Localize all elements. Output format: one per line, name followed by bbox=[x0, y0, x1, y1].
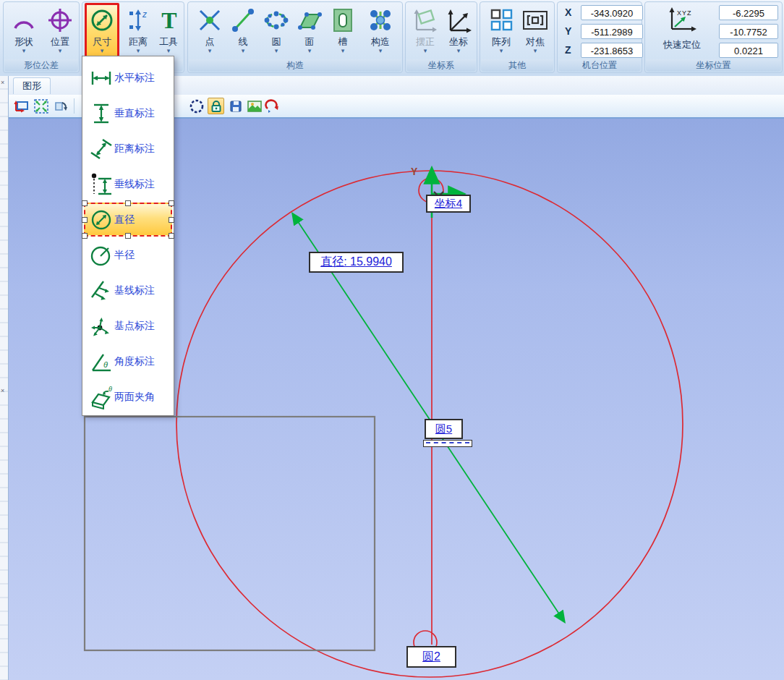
y-axis-label: Y bbox=[411, 166, 418, 177]
machine-x-value: -343.0920 bbox=[581, 5, 643, 20]
machine-z-value: -231.8653 bbox=[581, 43, 643, 58]
perpendicular-dimension-icon bbox=[88, 171, 114, 197]
coord-y-value: -10.7752 bbox=[719, 24, 778, 39]
menu-item-distance-dimension[interactable]: 距离标注 bbox=[82, 131, 174, 166]
circle-display-button[interactable] bbox=[188, 98, 205, 114]
ribbon-button-distance[interactable]: z 距离 ▾ bbox=[123, 5, 153, 60]
axis-label: Y bbox=[565, 25, 571, 37]
menu-item-baseline-dimension[interactable]: 基线标注 bbox=[82, 273, 174, 308]
menu-item-label: 水平标注 bbox=[114, 72, 155, 85]
feature-label-circle2[interactable]: 圆2 bbox=[406, 646, 456, 668]
group-label: 形位公差 bbox=[4, 59, 78, 72]
ribbon-button-position[interactable]: 位置 ▾ bbox=[44, 5, 76, 60]
machine-axis-row: Y -511.2989 bbox=[565, 24, 637, 40]
redo-button[interactable] bbox=[264, 98, 281, 114]
diameter-dimension-line bbox=[293, 214, 564, 621]
button-label: 距离 bbox=[123, 36, 153, 48]
align-part-icon bbox=[410, 6, 440, 36]
ribbon-button-shape[interactable]: 形状 ▾ bbox=[8, 5, 40, 60]
left-docked-panel-strip[interactable]: × × bbox=[0, 76, 9, 680]
ribbon-button-focus[interactable]: 对焦 ▾ bbox=[519, 5, 551, 60]
ribbon-button-coordinate[interactable]: 坐标 ▾ bbox=[443, 5, 474, 60]
svg-text:z: z bbox=[142, 9, 147, 20]
group-label: 构造 bbox=[189, 59, 401, 72]
ribbon-group-construct: 点 ▾ 线 ▾ bbox=[187, 1, 403, 73]
button-label: 对焦 bbox=[519, 36, 551, 48]
menu-item-label: 直径 bbox=[114, 213, 135, 226]
menu-item-diameter[interactable]: 直径 bbox=[82, 202, 174, 237]
ribbon-group-other: 阵列 ▾ 对焦 ▾ 其他 bbox=[480, 1, 555, 73]
dropdown-arrow-icon: ▾ bbox=[260, 48, 292, 54]
menu-item-label: 基线标注 bbox=[114, 284, 155, 297]
feature-label-coord4[interactable]: 坐标4 bbox=[426, 195, 471, 213]
dropdown-arrow-icon: ▾ bbox=[410, 48, 440, 54]
button-label: 点 bbox=[194, 36, 226, 48]
menu-item-label: 距离标注 bbox=[114, 143, 155, 156]
dropdown-arrow-icon: ▾ bbox=[294, 48, 325, 54]
menu-item-dihedral-angle[interactable]: θ 两面夹角 bbox=[82, 379, 174, 415]
capture-image-button[interactable] bbox=[246, 98, 263, 114]
menu-item-angle-dimension[interactable]: θ 角度标注 bbox=[82, 344, 174, 379]
reset-view-button[interactable] bbox=[13, 98, 30, 114]
vertical-dimension-icon bbox=[88, 101, 114, 127]
dropdown-arrow-icon: ▾ bbox=[443, 48, 474, 54]
feature-label-diameter-value[interactable]: 直径: 15.9940 bbox=[309, 252, 404, 273]
slot-icon bbox=[327, 6, 359, 36]
panel-close-icon: × bbox=[1, 387, 4, 394]
distance-dimension-icon bbox=[88, 136, 114, 162]
menu-item-radius[interactable]: 半径 bbox=[82, 237, 174, 273]
menu-item-vertical-dimension[interactable]: 垂直标注 bbox=[82, 95, 174, 131]
ribbon-button-array[interactable]: 阵列 ▾ bbox=[486, 5, 516, 60]
text-tool-icon: T bbox=[155, 6, 182, 36]
menu-item-label: 角度标注 bbox=[114, 355, 155, 368]
dropdown-arrow-icon: ▾ bbox=[486, 48, 516, 54]
lock-view-button[interactable] bbox=[208, 98, 224, 114]
menu-item-horizontal-dimension[interactable]: 水平标注 bbox=[82, 60, 174, 95]
quick-position-button[interactable]: XYZ 快速定位 bbox=[648, 4, 716, 59]
ribbon-group-machine-position: X -343.0920 Y -511.2989 Z -231.8653 机台位置 bbox=[557, 1, 642, 73]
machine-axis-row: Z -231.8653 bbox=[565, 43, 637, 59]
ribbon-button-line[interactable]: 线 ▾ bbox=[227, 5, 259, 60]
ribbon-button-slot[interactable]: 槽 ▾ bbox=[327, 5, 359, 60]
fit-view-button[interactable] bbox=[33, 98, 49, 114]
menu-item-basepoint-dimension[interactable]: 基点标注 bbox=[82, 308, 174, 344]
ribbon-button-circle[interactable]: 圆 ▾ bbox=[260, 5, 292, 60]
baseline-dimension-icon bbox=[88, 278, 114, 304]
save-button[interactable] bbox=[227, 98, 244, 114]
button-label: 面 bbox=[294, 36, 325, 48]
rotate-view-button[interactable] bbox=[52, 98, 69, 114]
dimension-dropdown-menu: 水平标注 垂直标注 bbox=[82, 56, 174, 416]
circle-display-icon bbox=[189, 98, 205, 114]
dihedral-angle-icon: θ bbox=[88, 384, 114, 410]
group-label: 其他 bbox=[481, 59, 553, 72]
tab-graphics[interactable]: 图形 bbox=[13, 77, 51, 94]
button-label: 工具 bbox=[155, 36, 182, 48]
button-label: 快速定位 bbox=[648, 38, 716, 51]
machine-y-value: -511.2989 bbox=[581, 24, 643, 39]
ribbon-button-tools[interactable]: T 工具 ▾ bbox=[155, 5, 182, 60]
axis-label: Z bbox=[565, 44, 571, 56]
button-label: 构造 bbox=[365, 36, 396, 48]
svg-text:T: T bbox=[161, 7, 176, 33]
redo-arrow-icon bbox=[265, 98, 281, 114]
menu-item-perpendicular-dimension[interactable]: 垂线标注 bbox=[82, 166, 174, 202]
menu-item-label: 基点标注 bbox=[114, 320, 155, 333]
ribbon-button-construct[interactable]: 构造 ▾ bbox=[365, 5, 396, 60]
ribbon-button-point[interactable]: 点 ▾ bbox=[194, 5, 226, 60]
svg-text:XYZ: XYZ bbox=[677, 9, 692, 17]
menu-item-label: 半径 bbox=[114, 249, 135, 262]
button-label: 圆 bbox=[260, 36, 292, 48]
construct-icon bbox=[365, 6, 396, 36]
button-label: 摆正 bbox=[410, 36, 440, 48]
cmm-application-window: 形状 ▾ 位置 ▾ 形位公差 bbox=[0, 0, 784, 680]
diameter-dimension-icon bbox=[87, 6, 117, 36]
button-label: 坐标 bbox=[443, 36, 474, 48]
circle-icon bbox=[260, 6, 292, 36]
ribbon-button-dimension[interactable]: 尺寸 ▾ bbox=[85, 3, 119, 61]
button-label: 槽 bbox=[327, 36, 359, 48]
dropdown-arrow-icon: ▾ bbox=[155, 48, 182, 54]
feature-label-circle5[interactable]: 圆5 bbox=[425, 419, 463, 439]
ribbon-button-plane[interactable]: 面 ▾ bbox=[294, 5, 325, 60]
ribbon-button-align[interactable]: 摆正 ▾ bbox=[410, 5, 440, 60]
lock-icon bbox=[209, 99, 223, 114]
